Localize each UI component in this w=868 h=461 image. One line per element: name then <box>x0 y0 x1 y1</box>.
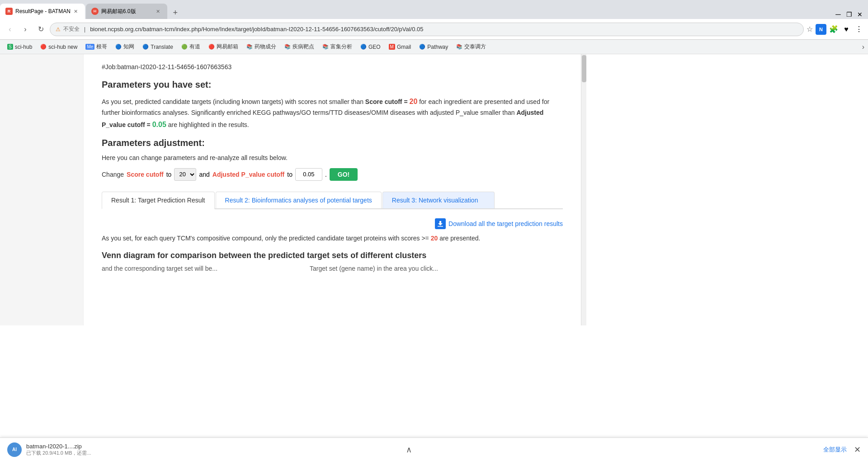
bookmark-label-translate: Translate <box>151 44 173 50</box>
scrollbar-thumb[interactable] <box>582 55 586 82</box>
adjust-desc: Here you can change parameters and re-an… <box>102 153 563 164</box>
venn-section: Venn diagram for comparison between the … <box>102 251 563 272</box>
bookmark-label-geo: GEO <box>368 44 381 50</box>
bookmark-scihub[interactable]: S sci-hub <box>4 43 36 51</box>
bookmark-disease-target[interactable]: 📚 疾病靶点 <box>281 42 318 52</box>
address-separator: | <box>84 26 85 33</box>
bookmark-label-youdao: 有道 <box>189 43 200 51</box>
params-body-pre: As you set, predicted candidate targets … <box>102 98 365 105</box>
bookmark-icon-geo: 🔵 <box>360 44 367 50</box>
result-info-score: 20 <box>431 235 438 242</box>
tab-result3-label: Result 3: Network visualization <box>392 197 478 204</box>
bookmark-label-disease-target: 疾病靶点 <box>292 43 314 51</box>
go-button[interactable]: GO! <box>330 168 358 181</box>
adjust-row: Change Score cutoff to 10 15 20 25 30 35… <box>102 168 563 181</box>
dot-label: . <box>325 171 327 178</box>
bookmark-scihub-new[interactable]: 🔴 sci-hub new <box>37 43 81 51</box>
tab-result3[interactable]: Result 3: Network visualization <box>382 192 495 208</box>
bookmark-star-button[interactable]: ☆ <box>807 25 813 33</box>
bookmark-geo[interactable]: 🔵 GEO <box>357 43 384 51</box>
params-body-end: are highlighted in the results. <box>166 121 249 128</box>
bookmark-icon-zhiwang: 🔵 <box>115 44 122 50</box>
result-info: As you set, for each query TCM's composi… <box>102 235 563 242</box>
params-title: Parameters you have set: <box>102 80 563 90</box>
address-input[interactable]: ⚠ 不安全 | bionet.ncpsb.org.cn/batman-tcm/i… <box>50 23 804 36</box>
pval-cutoff-label: Adjusted P_value cutoff <box>212 171 284 178</box>
result-tabs: Result 1: Target Prediction Result Resul… <box>102 192 563 209</box>
bookmark-genge[interactable]: Me 根哥 <box>82 42 111 52</box>
bookmarks-bar: S sci-hub 🔴 sci-hub new Me 根哥 🔵 知网 🔵 Tra… <box>0 40 868 54</box>
bookmark-icon-drugcomp: 📚 <box>246 44 253 50</box>
bookmark-icon-wangyi: 🔴 <box>208 44 215 50</box>
svg-rect-0 <box>438 226 443 227</box>
params-body: As you set, predicted candidate targets … <box>102 95 563 131</box>
bookmark-label-pathway: Pathway <box>427 44 448 50</box>
bookmark-zhiwang[interactable]: 🔵 知网 <box>112 42 138 52</box>
tab-bar: R ResultPage - BATMAN ✕ ✉ 网易邮箱6.0版 ✕ + ─… <box>0 0 868 19</box>
tab-favicon-1: R <box>5 8 13 15</box>
tab-result2[interactable]: Result 2: Bioinformatics analyses of pot… <box>216 192 382 208</box>
ext-icon-heart[interactable]: ♥ <box>841 24 852 35</box>
bookmark-label-scihub: sci-hub <box>15 44 33 50</box>
ext-icon-menu[interactable]: ⋮ <box>854 24 864 35</box>
page-content: #Job:batman-I2020-12-11-54656-1607663563… <box>0 54 868 325</box>
bookmark-label-wangyi: 网易邮箱 <box>217 43 238 51</box>
venn-subtitle: and the corresponding target set will be… <box>102 265 563 272</box>
bookmark-gmail[interactable]: M Gmail <box>385 43 415 51</box>
tab-result1[interactable]: Result 1: Target Prediction Result <box>102 192 215 209</box>
bookmark-jiaotai[interactable]: 📚 交泰调方 <box>453 42 490 52</box>
tab-close-1[interactable]: ✕ <box>72 8 80 15</box>
insecure-label: 不安全 <box>63 25 80 33</box>
bookmark-translate[interactable]: 🔵 Translate <box>139 43 177 51</box>
ext-icon-n[interactable]: N <box>816 24 826 35</box>
venn-sub-left: and the corresponding target set will be… <box>102 265 217 272</box>
to-label2: to <box>287 171 292 178</box>
result-info-post: are presented. <box>438 235 480 242</box>
bookmark-youdao[interactable]: 🟢 有道 <box>178 42 204 52</box>
download-all-link[interactable]: Download all the target prediction resul… <box>435 218 563 229</box>
job-id: #Job:batman-I2020-12-11-54656-1607663563 <box>102 63 563 71</box>
bookmark-label-zhiwang: 知网 <box>123 43 134 51</box>
tab-batman[interactable]: R ResultPage - BATMAN ✕ <box>0 4 85 19</box>
download-svg <box>437 220 444 227</box>
tab-email[interactable]: ✉ 网易邮箱6.0版 ✕ <box>86 4 167 19</box>
bookmark-icon-enrichment: 📚 <box>322 44 329 50</box>
close-window-button[interactable]: ✕ <box>855 10 864 19</box>
adjust-title: Parameters adjustment: <box>102 138 563 148</box>
browser-chrome: R ResultPage - BATMAN ✕ ✉ 网易邮箱6.0版 ✕ + ─… <box>0 0 868 54</box>
back-button[interactable]: ‹ <box>4 23 16 36</box>
address-text: bionet.ncpsb.org.cn/batman-tcm/index.php… <box>90 26 798 33</box>
bookmark-label-enrichment: 富集分析 <box>330 43 352 51</box>
bookmarks-more-button[interactable]: › <box>862 43 864 51</box>
left-sidebar <box>0 54 84 325</box>
tab-close-2[interactable]: ✕ <box>155 8 162 15</box>
tab-result1-label: Result 1: Target Prediction Result <box>111 197 205 204</box>
refresh-button[interactable]: ↻ <box>34 23 47 36</box>
forward-button[interactable]: › <box>19 23 32 36</box>
bookmark-label-scihub-new: sci-hub new <box>48 44 77 50</box>
bookmark-drugcomp[interactable]: 📚 药物成分 <box>243 42 280 52</box>
scrollbar[interactable] <box>581 54 586 325</box>
bookmark-icon-pathway: 🔵 <box>419 44 425 50</box>
address-bar: ‹ › ↻ ⚠ 不安全 | bionet.ncpsb.org.cn/batman… <box>0 19 868 40</box>
restore-button[interactable]: ❐ <box>844 10 854 19</box>
bookmark-pathway[interactable]: 🔵 Pathway <box>415 43 452 51</box>
score-select[interactable]: 10 15 20 25 30 35 40 45 50 <box>174 168 196 181</box>
score-cutoff-label: Score cutoff <box>127 171 164 178</box>
bookmark-icon-jiaotai: 📚 <box>456 44 462 50</box>
pval-value: 0.05 <box>152 121 166 128</box>
minimize-button[interactable]: ─ <box>834 10 843 19</box>
bookmark-enrichment[interactable]: 📚 富集分析 <box>319 42 356 52</box>
pval-input[interactable] <box>295 168 322 181</box>
extension-icons: N 🧩 ♥ ⋮ <box>816 24 864 35</box>
new-tab-button[interactable]: + <box>169 6 182 19</box>
download-row: Download all the target prediction resul… <box>102 218 563 229</box>
cursor-indicator <box>481 199 485 202</box>
venn-title: Venn diagram for comparison between the … <box>102 251 563 260</box>
security-icon: ⚠ <box>56 26 61 33</box>
ext-icon-puzzle[interactable]: 🧩 <box>828 24 839 35</box>
download-icon <box>435 218 446 229</box>
bookmark-icon-scihub-new: 🔴 <box>40 44 47 50</box>
change-label: Change <box>102 171 124 178</box>
bookmark-wangyi[interactable]: 🔴 网易邮箱 <box>205 42 242 52</box>
